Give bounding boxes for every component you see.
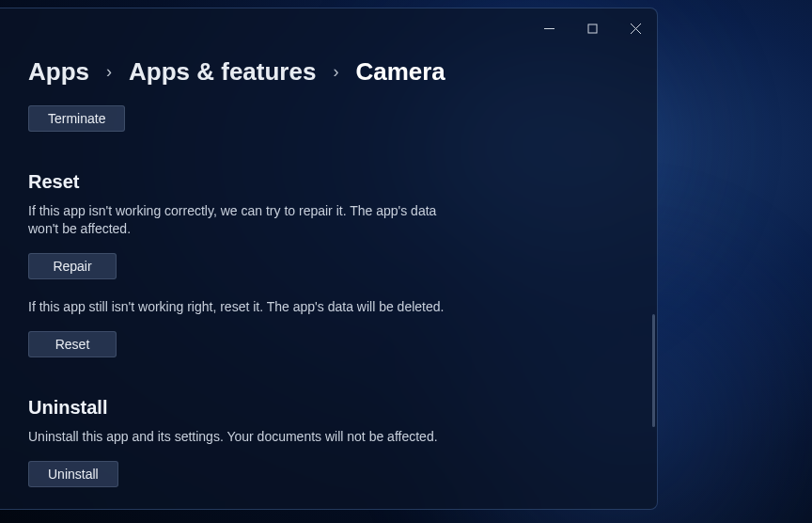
window-content: Apps › Apps & features › Camera Terminat… <box>0 46 657 509</box>
breadcrumb-current: Camera <box>355 57 445 87</box>
window-titlebar <box>0 8 657 46</box>
breadcrumb-apps-features[interactable]: Apps & features <box>129 57 316 87</box>
uninstall-description: Uninstall this app and its settings. You… <box>28 428 461 446</box>
minimize-icon <box>544 24 554 34</box>
reset-button[interactable]: Reset <box>28 331 117 357</box>
minimize-button[interactable] <box>527 14 570 42</box>
reset-section: Reset If this app isn't working correctl… <box>28 171 629 357</box>
repair-button[interactable]: Repair <box>28 253 117 279</box>
chevron-right-icon: › <box>333 62 338 82</box>
reset-description: If this app still isn't working right, r… <box>28 298 461 316</box>
breadcrumb-apps[interactable]: Apps <box>28 57 89 87</box>
chevron-right-icon: › <box>106 62 112 82</box>
breadcrumb: Apps › Apps & features › Camera <box>28 57 629 87</box>
uninstall-button[interactable]: Uninstall <box>28 461 118 487</box>
maximize-icon <box>587 24 598 34</box>
maximize-button[interactable] <box>570 14 614 42</box>
scrollbar-thumb[interactable] <box>652 314 655 427</box>
repair-description: If this app isn't working correctly, we … <box>28 202 461 238</box>
close-icon <box>631 24 641 34</box>
svg-rect-1 <box>588 24 597 33</box>
close-button[interactable] <box>614 14 657 42</box>
settings-window: Apps › Apps & features › Camera Terminat… <box>0 8 658 510</box>
uninstall-section: Uninstall Uninstall this app and its set… <box>28 397 629 487</box>
terminate-button[interactable]: Terminate <box>28 105 125 132</box>
reset-section-title: Reset <box>28 171 629 193</box>
uninstall-section-title: Uninstall <box>28 397 629 419</box>
